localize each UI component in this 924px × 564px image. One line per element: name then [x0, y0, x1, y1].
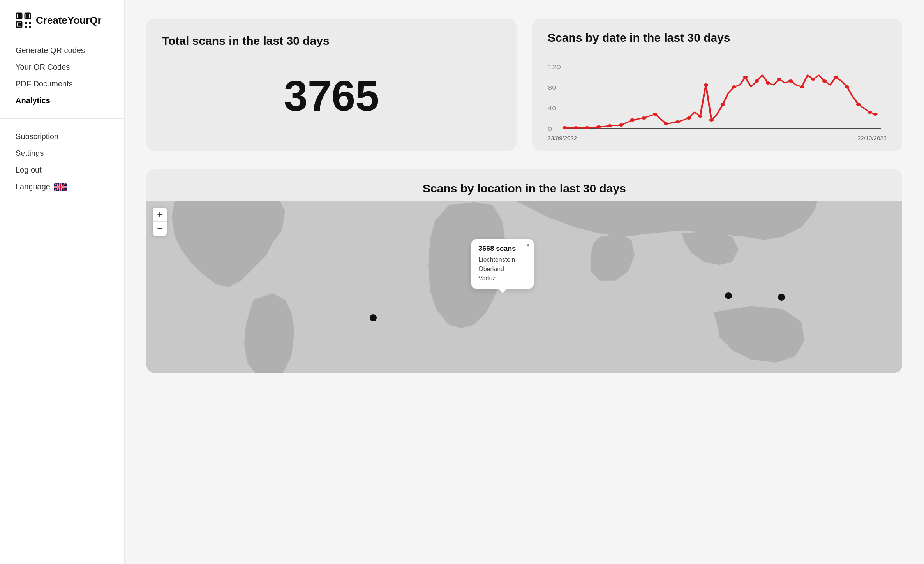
sidebar-item-pdf[interactable]: PDF Documents — [16, 76, 109, 92]
chart-date-end: 22/10/2022 — [857, 135, 887, 141]
svg-point-41 — [834, 76, 838, 79]
svg-rect-3 — [26, 14, 29, 18]
svg-point-39 — [811, 78, 816, 81]
popup-scan-count: 3668 scans — [478, 245, 527, 253]
map-controls: + − — [153, 208, 167, 236]
chart-date-labels: 23/09/2022 22/10/2022 — [548, 135, 887, 141]
svg-point-16 — [563, 126, 567, 129]
main-nav: Generate QR codes Your QR Codes PDF Docu… — [0, 42, 124, 109]
sidebar-item-logout[interactable]: Log out — [16, 162, 109, 178]
main-content: Total scans in the last 30 days 3765 Sca… — [125, 0, 924, 564]
secondary-nav: Subscription Settings Log out Language — [0, 118, 124, 195]
svg-point-18 — [585, 126, 590, 129]
svg-point-23 — [642, 116, 646, 120]
svg-point-33 — [743, 76, 748, 79]
svg-point-32 — [732, 85, 737, 88]
sidebar-item-your-qr[interactable]: Your QR Codes — [16, 59, 109, 76]
svg-text:40: 40 — [548, 105, 557, 111]
map-title: Scans by location in the last 30 days — [146, 182, 902, 195]
sidebar-item-subscription[interactable]: Subscription — [16, 128, 109, 145]
svg-point-26 — [675, 120, 680, 123]
scans-by-date-card: Scans by date in the last 30 days 0 40 8… — [532, 19, 902, 151]
svg-point-27 — [687, 116, 691, 120]
svg-point-35 — [766, 81, 771, 85]
sidebar-item-settings[interactable]: Settings — [16, 145, 109, 162]
svg-point-31 — [721, 103, 725, 106]
svg-text:0: 0 — [548, 126, 552, 132]
svg-point-44 — [868, 111, 872, 114]
svg-point-45 — [873, 113, 878, 116]
svg-point-28 — [698, 115, 703, 118]
language-label: Language — [16, 182, 50, 191]
app-name: CreateYourQr — [36, 14, 102, 26]
map-dot-asia1[interactable] — [725, 292, 732, 299]
popup-location-text: Liechtenstein Oberland Vaduz — [478, 255, 527, 283]
top-row: Total scans in the last 30 days 3765 Sca… — [146, 19, 902, 151]
sidebar: CreateYourQr Generate QR codes Your QR C… — [0, 0, 125, 564]
svg-point-30 — [709, 118, 714, 122]
map-container: + − × 3668 scans Liechtenstein Oberland … — [146, 201, 902, 373]
svg-rect-6 — [25, 22, 27, 24]
svg-rect-5 — [18, 23, 21, 26]
total-scans-value: 3765 — [162, 57, 501, 135]
svg-point-22 — [630, 118, 635, 122]
zoom-in-button[interactable]: + — [153, 208, 167, 222]
total-scans-title: Total scans in the last 30 days — [162, 34, 501, 48]
svg-point-20 — [608, 124, 612, 127]
svg-point-21 — [619, 123, 624, 127]
uk-flag-icon — [54, 183, 67, 191]
scans-by-date-title: Scans by date in the last 30 days — [548, 31, 887, 44]
map-dot-africa[interactable] — [370, 314, 377, 321]
svg-point-43 — [856, 103, 861, 106]
zoom-out-button[interactable]: − — [153, 222, 167, 236]
logo-icon — [16, 12, 31, 28]
map-location-popup: × 3668 scans Liechtenstein Oberland Vadu… — [471, 239, 534, 289]
svg-point-40 — [822, 79, 827, 83]
sidebar-item-generate[interactable]: Generate QR codes — [16, 42, 109, 59]
popup-arrow — [499, 289, 506, 293]
svg-point-38 — [800, 85, 804, 88]
svg-point-19 — [596, 125, 601, 129]
svg-point-34 — [755, 79, 759, 83]
line-chart: 0 40 80 120 — [548, 54, 887, 132]
svg-point-24 — [653, 113, 658, 116]
svg-point-42 — [845, 85, 850, 88]
scans-by-location-card: Scans by location in the last 30 days — [146, 169, 902, 373]
map-title-area: Scans by location in the last 30 days — [146, 169, 902, 201]
svg-point-36 — [777, 78, 782, 81]
svg-rect-1 — [18, 14, 21, 18]
chart-date-start: 23/09/2022 — [548, 135, 577, 141]
svg-rect-7 — [29, 22, 31, 24]
language-selector[interactable]: Language — [16, 178, 109, 195]
popup-close-button[interactable]: × — [526, 242, 530, 249]
svg-rect-9 — [29, 26, 31, 28]
svg-text:80: 80 — [548, 85, 557, 91]
svg-point-37 — [788, 79, 793, 83]
svg-rect-8 — [25, 26, 27, 28]
svg-point-29 — [704, 83, 708, 86]
map-dot-asia2[interactable] — [778, 294, 785, 301]
chart-area: 0 40 80 120 — [548, 54, 887, 132]
sidebar-item-analytics[interactable]: Analytics — [16, 92, 109, 109]
svg-point-17 — [574, 126, 578, 129]
logo-area: CreateYourQr — [0, 12, 124, 42]
svg-point-25 — [664, 122, 669, 125]
total-scans-card: Total scans in the last 30 days 3765 — [146, 19, 517, 151]
svg-text:120: 120 — [548, 64, 561, 70]
